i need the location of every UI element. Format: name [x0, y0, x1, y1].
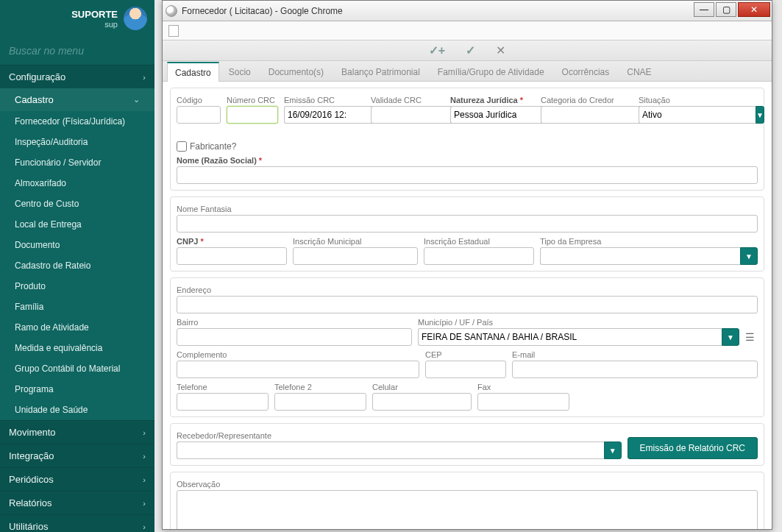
telefone2-input[interactable]: [274, 393, 366, 411]
recebedor-select[interactable]: [177, 441, 604, 459]
chevron-right-icon: ›: [143, 475, 146, 484]
user-name: SUPORTE: [71, 9, 118, 20]
tab-balanco[interactable]: Balanço Patrimonial: [333, 62, 428, 82]
label-insc-mun: Inscrição Municipal: [293, 237, 418, 246]
cep-input[interactable]: [425, 361, 506, 378]
label-telefone: Telefone: [177, 383, 269, 391]
label-numero-crc: Número CRC: [227, 96, 278, 104]
fabricante-checkbox[interactable]: [177, 141, 187, 152]
cnpj-input[interactable]: [177, 247, 287, 265]
cancel-icon[interactable]: ✕: [496, 43, 505, 57]
municipio-select[interactable]: [418, 328, 722, 346]
label-situacao: Situação: [639, 96, 697, 104]
sidebar-item[interactable]: Ramo de Atividade: [0, 317, 154, 338]
sidebar-item[interactable]: Fornecedor (Física/Jurídica): [0, 111, 154, 132]
close-button[interactable]: ✕: [738, 2, 770, 17]
label-bairro: Bairro: [177, 318, 412, 327]
titlebar[interactable]: Fornecedor ( Licitacao) - Google Chrome …: [163, 1, 772, 21]
label-cep: CEP: [425, 350, 506, 359]
razao-input[interactable]: [177, 166, 758, 184]
label-codigo: Código: [177, 96, 221, 104]
chevron-down-icon[interactable]: ▼: [604, 441, 622, 459]
tabs: Cadastro Socio Documento(s) Balanço Patr…: [163, 61, 772, 82]
tab-cadastro[interactable]: Cadastro: [167, 62, 219, 82]
sidebar-item[interactable]: Inspeção/Auditoria: [0, 132, 154, 152]
chevron-down-icon[interactable]: ▼: [740, 247, 758, 265]
label-email: E-mail: [512, 350, 758, 359]
sidebar-item[interactable]: Local de Entrega: [0, 214, 154, 235]
sidebar: SUPORTE sup Configuração› Cadastro⌄ Forn…: [0, 0, 154, 532]
label-validade-crc: Validade CRC: [371, 96, 444, 104]
window-title: Fornecedor ( Licitacao) - Google Chrome: [182, 6, 343, 16]
codigo-input[interactable]: [177, 106, 221, 124]
list-icon[interactable]: ☰: [742, 328, 758, 346]
sidebar-item[interactable]: Produto: [0, 276, 154, 297]
label-fantasia: Nome Fantasia: [177, 205, 758, 213]
numero-crc-input[interactable]: [227, 106, 278, 124]
sidebar-item[interactable]: Programa: [0, 379, 154, 400]
label-categoria: Categoria do Credor: [541, 96, 633, 104]
label-observacao: Observação: [177, 480, 758, 489]
app-icon: [166, 5, 177, 17]
label-telefone2: Telefone 2: [274, 383, 366, 391]
sidebar-item[interactable]: Família: [0, 297, 154, 317]
fantasia-input[interactable]: [177, 215, 758, 233]
nav-configuracao[interactable]: Configuração›: [0, 65, 154, 88]
fax-input[interactable]: [477, 393, 569, 411]
document-icon[interactable]: [168, 25, 179, 37]
observacao-textarea[interactable]: [177, 490, 758, 529]
label-fabricante: Fabricante?: [190, 141, 236, 152]
nav-integracao[interactable]: Integração›: [0, 444, 154, 467]
tab-documentos[interactable]: Documento(s): [260, 62, 332, 82]
chevron-down-icon[interactable]: ▼: [722, 328, 739, 346]
insc-mun-input[interactable]: [293, 247, 418, 265]
situacao-select[interactable]: [639, 106, 756, 124]
sidebar-item[interactable]: Almoxarifado: [0, 173, 154, 194]
nav-cadastro[interactable]: Cadastro⌄: [0, 88, 154, 111]
check-plus-icon[interactable]: ✓+: [429, 43, 445, 57]
sidebar-item[interactable]: Medida e equivalência: [0, 338, 154, 358]
check-icon[interactable]: ✓: [466, 43, 475, 57]
complemento-input[interactable]: [177, 361, 419, 378]
insc-est-input[interactable]: [424, 247, 534, 265]
user-area: SUPORTE sup: [0, 0, 154, 37]
sidebar-item[interactable]: Unidade de Saúde: [0, 400, 154, 420]
label-tipo-emp: Tipo da Empresa: [540, 237, 758, 246]
avatar[interactable]: [124, 7, 147, 30]
email-input[interactable]: [512, 361, 758, 378]
label-cnpj: CNPJ: [177, 237, 287, 246]
maximize-button[interactable]: ▢: [716, 2, 736, 17]
tab-socio[interactable]: Socio: [221, 62, 259, 82]
tipo-emp-select[interactable]: [540, 247, 740, 265]
endereco-input[interactable]: [177, 296, 758, 313]
tab-cnae[interactable]: CNAE: [619, 62, 659, 82]
label-recebedor: Recebedor/Representante: [177, 431, 622, 440]
chevron-right-icon: ›: [143, 428, 146, 437]
label-celular: Celular: [372, 383, 472, 391]
emissao-crc-button[interactable]: Emissão de Relatório CRC: [628, 437, 758, 459]
user-sub: sup: [71, 20, 118, 29]
nav-movimento[interactable]: Movimento›: [0, 420, 154, 444]
bairro-input[interactable]: [177, 328, 412, 346]
label-razao: Nome (Razão Social): [177, 156, 758, 165]
telefone-input[interactable]: [177, 393, 269, 411]
label-fax: Fax: [477, 383, 569, 391]
label-natureza: Natureza Jurídica: [450, 96, 535, 104]
chevron-down-icon[interactable]: ▼: [756, 106, 764, 124]
minimize-button[interactable]: —: [694, 2, 714, 17]
celular-input[interactable]: [372, 393, 472, 411]
tab-ocorrencias[interactable]: Ocorrências: [554, 62, 618, 82]
tab-familia[interactable]: Família/Grupo de Atividade: [430, 62, 552, 82]
sidebar-item[interactable]: Documento: [0, 235, 154, 255]
sidebar-item[interactable]: Cadastro de Rateio: [0, 255, 154, 276]
chevron-right-icon: ›: [143, 522, 146, 531]
nav-periodicos[interactable]: Periódicos›: [0, 467, 154, 491]
sidebar-item[interactable]: Funcionário / Servidor: [0, 152, 154, 173]
chevron-down-icon: ⌄: [133, 95, 140, 104]
sidebar-item[interactable]: Grupo Contábil do Material: [0, 358, 154, 379]
browser-toolbar: [163, 21, 772, 40]
nav-utilitarios[interactable]: Utilitários›: [0, 514, 154, 532]
sidebar-item[interactable]: Centro de Custo: [0, 194, 154, 214]
nav-relatorios[interactable]: Relatórios›: [0, 491, 154, 514]
search-input[interactable]: [9, 45, 146, 57]
